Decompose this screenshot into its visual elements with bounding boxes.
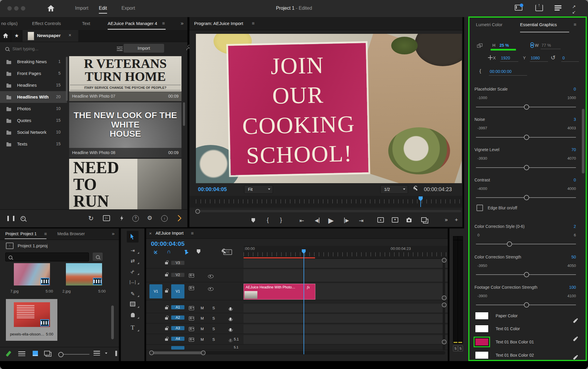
aejuice-item-need-to-run[interactable]: NEEDTORUN xyxy=(69,159,181,209)
transport-overflow-icon[interactable]: » xyxy=(445,217,448,223)
tab-project[interactable]: Project: Project 1 xyxy=(5,231,37,236)
track-output-icon[interactable] xyxy=(189,316,194,320)
slider-thumb[interactable] xyxy=(524,135,529,140)
chevron-down-icon[interactable] xyxy=(105,353,107,355)
eye-icon[interactable] xyxy=(208,287,214,291)
mark-in-icon[interactable]: { xyxy=(267,217,269,223)
category-breaking-news[interactable]: Breaking News1 xyxy=(0,56,67,68)
download-icon[interactable]: ↓ xyxy=(161,215,168,222)
panel-menu-icon[interactable]: ≡ xyxy=(252,21,254,26)
project-search-box[interactable] xyxy=(5,253,89,261)
search-input[interactable] xyxy=(12,44,107,53)
mic-icon[interactable] xyxy=(229,339,231,342)
pen-tool[interactable]: ✎ xyxy=(121,291,144,297)
category-social-network[interactable]: Social Network10 xyxy=(0,126,67,138)
keyframe-bracket-icon[interactable]: { xyxy=(479,68,481,74)
thumbnail-scrollbar[interactable] xyxy=(183,102,185,126)
razor-tool[interactable]: ✂ xyxy=(121,269,144,275)
vscroll-handle-4[interactable] xyxy=(442,340,447,344)
mute-button[interactable]: M xyxy=(201,316,204,320)
hand-tool[interactable] xyxy=(121,313,144,319)
vscroll-handle-3[interactable] xyxy=(442,303,447,307)
marker-icon[interactable] xyxy=(197,249,200,254)
go-to-in-icon[interactable]: ⇤ xyxy=(299,217,304,224)
vscroll-handle-1[interactable] xyxy=(442,258,447,263)
paper-color-swatch[interactable] xyxy=(475,312,489,320)
add-marker-icon[interactable] xyxy=(251,218,255,223)
hscroll-thumb[interactable] xyxy=(150,351,203,354)
solo-left-button[interactable]: S xyxy=(453,345,458,351)
category-headlines[interactable]: Headlines15 xyxy=(0,79,67,91)
panel-notification-icon[interactable] xyxy=(515,5,522,11)
magnet-icon[interactable]: ∩ xyxy=(167,248,171,255)
program-scrub-ruler[interactable] xyxy=(189,196,462,208)
tab-text[interactable]: Text xyxy=(82,21,90,26)
captions-icon[interactable]: CC xyxy=(223,249,232,255)
track-output-icon[interactable] xyxy=(189,273,194,278)
solo-button[interactable]: S xyxy=(212,337,215,342)
step-back-icon[interactable]: ◀ xyxy=(315,218,319,223)
track-badge-v2[interactable]: V2 xyxy=(171,273,184,277)
freeform-view-icon[interactable] xyxy=(44,351,50,355)
track-badge-a1[interactable]: A1 xyxy=(171,305,184,309)
import-button[interactable]: Import xyxy=(124,44,164,53)
category-photos[interactable]: Photos10 xyxy=(0,103,67,115)
add-button-icon[interactable]: + xyxy=(455,217,458,223)
category-quotes[interactable]: Quotes15 xyxy=(0,115,67,126)
project-clip-7jpg[interactable]: 7.jpg 5:00 xyxy=(6,263,57,296)
rotation-value[interactable]: 0 xyxy=(562,56,565,60)
track-a2[interactable]: A2 M S xyxy=(146,314,448,323)
writable-pencil-icon[interactable] xyxy=(6,351,11,357)
box01-color-swatch[interactable] xyxy=(475,338,489,346)
tab-aejuice-pack-manager[interactable]: AEJuice Pack Manager 4 xyxy=(108,21,157,26)
comparison-view-icon[interactable] xyxy=(421,217,427,222)
panel-menu-icon[interactable]: ≡ xyxy=(574,22,576,27)
timeline-hscrollbar[interactable] xyxy=(149,351,445,355)
track-select-tool[interactable]: ⇥ xyxy=(121,248,144,254)
eyedropper-icon[interactable] xyxy=(573,319,577,323)
aejuice-home-button[interactable] xyxy=(0,30,11,42)
list-view-icon[interactable] xyxy=(18,351,25,356)
selection-tool-active[interactable] xyxy=(127,231,139,243)
zoom-in-icon[interactable] xyxy=(21,216,26,221)
track-badge-v3[interactable]: V3 xyxy=(171,261,184,265)
scrollbar-left-handle[interactable] xyxy=(195,209,200,214)
track-v1[interactable]: V1 V1 AEJuice Headline With Photo… fx xyxy=(146,283,448,300)
step-forward-icon[interactable]: ▶ xyxy=(344,218,349,223)
slider-thumb[interactable] xyxy=(524,272,529,277)
project-clip-pexels-selected[interactable]: pexels-ella-olsson… 5:00 xyxy=(6,299,57,341)
panel-menu-icon[interactable]: ≡ xyxy=(44,231,47,237)
lock-icon[interactable] xyxy=(165,328,168,330)
tab-program[interactable]: Program: AEJuice Import xyxy=(194,21,243,26)
tab-overflow-icon[interactable]: » xyxy=(181,20,184,26)
extract-icon[interactable]: ▼ xyxy=(392,217,398,223)
track-badge-a2[interactable]: A2 xyxy=(171,315,184,320)
category-texts[interactable]: Texts15 xyxy=(0,138,67,150)
link-icon[interactable] xyxy=(530,42,533,47)
track-v2[interactable]: V2 xyxy=(146,269,448,282)
aejuice-pack-tab-newspaper[interactable]: Newspaper × xyxy=(22,30,78,42)
search-bin-button[interactable] xyxy=(93,253,103,261)
project-scrollbar[interactable] xyxy=(111,305,114,339)
mic-icon[interactable] xyxy=(229,328,231,331)
height-value[interactable]: 25 % xyxy=(499,43,509,48)
transform-timecode[interactable]: 00:00:00:00 xyxy=(490,69,512,74)
mute-button[interactable]: M xyxy=(201,306,204,310)
text01-color-swatch[interactable] xyxy=(475,325,489,333)
solo-button[interactable]: S xyxy=(212,306,215,310)
mic-icon[interactable] xyxy=(229,307,231,310)
linked-selection-icon[interactable] xyxy=(185,251,191,255)
eyedropper-icon[interactable] xyxy=(573,356,577,360)
tab-essential-graphics[interactable]: Essential Graphics xyxy=(520,22,557,27)
category-front-pages[interactable]: Front Pages5 xyxy=(0,68,67,79)
track-output-icon[interactable] xyxy=(189,338,194,342)
track-a3[interactable]: A3 M S xyxy=(146,325,448,334)
play-icon[interactable]: ▶ xyxy=(328,216,334,225)
type-tool[interactable]: T xyxy=(121,324,144,331)
export-frame-icon[interactable] xyxy=(407,218,412,222)
lock-icon[interactable] xyxy=(165,274,168,276)
tab-lumetri-color[interactable]: Lumetri Color xyxy=(476,22,502,27)
track-badge-a4[interactable]: A4 xyxy=(171,337,184,341)
fullscreen-icon[interactable]: ↗ ↙ xyxy=(572,4,576,15)
source-patch-v1[interactable]: V1 xyxy=(149,284,162,298)
